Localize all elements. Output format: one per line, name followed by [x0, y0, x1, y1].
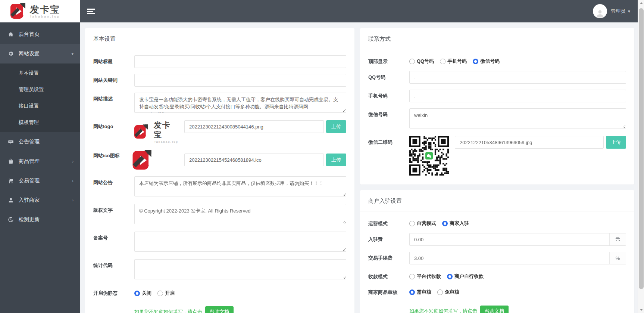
top-display-qq-radio[interactable]: QQ号码 [409, 58, 434, 65]
logo-upload-button[interactable]: 上传 [326, 120, 346, 133]
sidebar-item-announcements[interactable]: 公告管理 [0, 132, 80, 152]
site-title-input[interactable] [134, 55, 346, 68]
site-title-label: 网站标题 [93, 55, 134, 68]
radio-icon [437, 289, 443, 295]
basic-settings-panel: 基本设置 网站标题 网站关键词 网站描述 发卡宝是一套功能强大的卡密寄 [85, 28, 354, 313]
vertical-scrollbar [638, 0, 644, 313]
brand-mark-icon [133, 150, 153, 171]
sidebar-subitem-admin-settings[interactable]: 管理员设置 [0, 81, 80, 98]
sidebar-subitem-template-management[interactable]: 模板管理 [0, 114, 80, 131]
qq-number-label: QQ号码 [368, 71, 409, 84]
wechat-id-textarea[interactable]: weixin [409, 108, 626, 128]
sidebar-item-site-settings[interactable]: 网站设置 ▾ [0, 44, 80, 63]
wechat-qr-label: 微信二维码 [368, 136, 409, 176]
sidebar-item-label: 后台首页 [19, 31, 40, 38]
commission-input[interactable] [410, 252, 609, 264]
hamburger-menu-icon[interactable] [87, 7, 95, 15]
user-icon [7, 197, 14, 204]
brand-domain: fakabao.top [30, 15, 60, 18]
stats-code-label: 统计代码 [93, 259, 134, 281]
top-display-wechat-radio[interactable]: 微信号码 [473, 58, 500, 65]
brand-logo-icon [10, 3, 26, 19]
qr-upload-button[interactable]: 上传 [606, 136, 626, 149]
sidebar: 发卡宝 fakabao.top 后台首页 网站设置 ▾ 基本设置 [0, 0, 80, 313]
help-text: 如果您不知道如何填写，请点击 [134, 309, 202, 313]
commission-label: 交易手续费 [368, 252, 409, 264]
sidebar-item-check-update[interactable]: 检测更新 [0, 210, 80, 229]
scrollbar-thumb[interactable] [639, 8, 644, 289]
sidebar-subitem-api-settings[interactable]: 接口设置 [0, 98, 80, 114]
scroll-down-arrow[interactable] [638, 307, 644, 313]
help-doc-button[interactable]: 帮助文档 [480, 306, 509, 313]
site-logo-image: 发卡宝 fakabao.top [134, 120, 178, 143]
merchant-settings-panel: 商户入驻设置 运营模式 自营模式 商家入驻 入驻费 [360, 190, 634, 313]
avatar [593, 4, 607, 18]
sidebar-item-dashboard[interactable]: 后台首页 [0, 25, 80, 44]
phone-number-label: 手机号码 [368, 90, 409, 102]
radio-icon [440, 59, 446, 64]
chevron-down-icon: ▾ [71, 52, 74, 56]
site-notice-textarea[interactable]: 本店铺为演示店铺，所有展示的商品均非真实商品，仅供填充数据用，请勿购买！！！ [134, 176, 346, 196]
entry-fee-label: 入驻费 [368, 233, 409, 246]
sidebar-subitem-basic-settings[interactable]: 基本设置 [0, 65, 80, 81]
site-description-label: 网站描述 [93, 93, 134, 114]
no-audit-radio[interactable]: 免审核 [437, 289, 459, 295]
sidebar-item-label: 交易管理 [19, 177, 40, 184]
need-audit-radio[interactable]: 需审核 [409, 289, 431, 295]
caret-down-icon: ▼ [627, 9, 631, 13]
user-menu[interactable]: 管理员 ▼ [593, 4, 631, 18]
radio-icon [409, 274, 415, 279]
rewrite-on-radio[interactable]: 开启 [157, 290, 175, 297]
radio-icon [409, 59, 415, 64]
rewrite-off-radio[interactable]: 关闭 [134, 290, 151, 297]
ico-upload-button[interactable]: 上传 [326, 154, 346, 166]
ico-filename-input[interactable] [184, 154, 324, 166]
panel-title: 联系方式 [360, 28, 634, 49]
phone-number-input[interactable] [409, 90, 626, 102]
logo-filename-input[interactable] [184, 120, 324, 133]
site-settings-submenu: 基本设置 管理员设置 接口设置 模板管理 [0, 63, 80, 132]
merchant-join-radio[interactable]: 商家入驻 [442, 220, 469, 227]
qr-filename-input[interactable] [455, 136, 604, 149]
top-display-phone-radio[interactable]: 手机号码 [440, 58, 467, 65]
collect-mode-label: 收款模式 [368, 270, 409, 280]
sidebar-item-label: 公告管理 [19, 139, 40, 145]
radio-icon [447, 274, 453, 279]
chevron-right-icon: › [72, 179, 74, 183]
help-doc-button[interactable]: 帮助文档 [205, 306, 234, 313]
merchant-collect-radio[interactable]: 商户自行收款 [447, 273, 484, 280]
sidebar-item-merchants[interactable]: 入驻商家 › [0, 190, 80, 210]
user-name: 管理员 [611, 8, 625, 15]
sidebar-item-label: 商品管理 [19, 158, 40, 165]
sidebar-item-label: 入驻商家 [19, 197, 40, 204]
copyright-textarea[interactable]: © Copyright 2022-2023 发卡宝. All Rights Re… [134, 204, 346, 224]
site-description-textarea[interactable]: 发卡宝是一套功能强大的卡密寄售系统，无需人工值守，客户在线购买即可自动完成交易。… [134, 93, 346, 113]
sidebar-item-label: 网站设置 [19, 50, 40, 57]
radio-icon [442, 221, 448, 226]
announcement-icon [7, 139, 14, 145]
site-keywords-label: 网站关键词 [93, 74, 134, 87]
content: 基本设置 网站标题 网站关键词 网站描述 发卡宝是一套功能强大的卡密寄 [80, 22, 638, 313]
sidebar-item-products[interactable]: 商品管理 › [0, 152, 80, 171]
chevron-right-icon: › [72, 159, 74, 164]
icp-number-textarea[interactable] [134, 232, 346, 252]
wechat-qr-image [409, 136, 449, 176]
site-ico-label: 网站ico图标 [93, 149, 134, 170]
fee-unit: 元 [609, 233, 626, 245]
scroll-up-arrow[interactable] [638, 0, 644, 6]
site-logo-label: 网站logo [93, 120, 134, 143]
radio-icon [157, 291, 163, 296]
sidebar-item-label: 检测更新 [19, 216, 40, 223]
radio-icon [409, 221, 415, 226]
self-operated-radio[interactable]: 自营模式 [409, 220, 436, 227]
qq-number-input[interactable] [409, 71, 626, 84]
wechat-id-label: 微信号码 [368, 108, 409, 130]
stats-code-textarea[interactable] [134, 259, 346, 279]
commission-unit: % [609, 252, 626, 264]
sidebar-item-transactions[interactable]: 交易管理 › [0, 171, 80, 190]
site-keywords-input[interactable] [134, 74, 346, 87]
radio-icon [409, 289, 415, 295]
brand-logo[interactable]: 发卡宝 fakabao.top [0, 0, 80, 22]
entry-fee-input[interactable] [410, 233, 609, 245]
platform-collect-radio[interactable]: 平台代收款 [409, 273, 441, 280]
